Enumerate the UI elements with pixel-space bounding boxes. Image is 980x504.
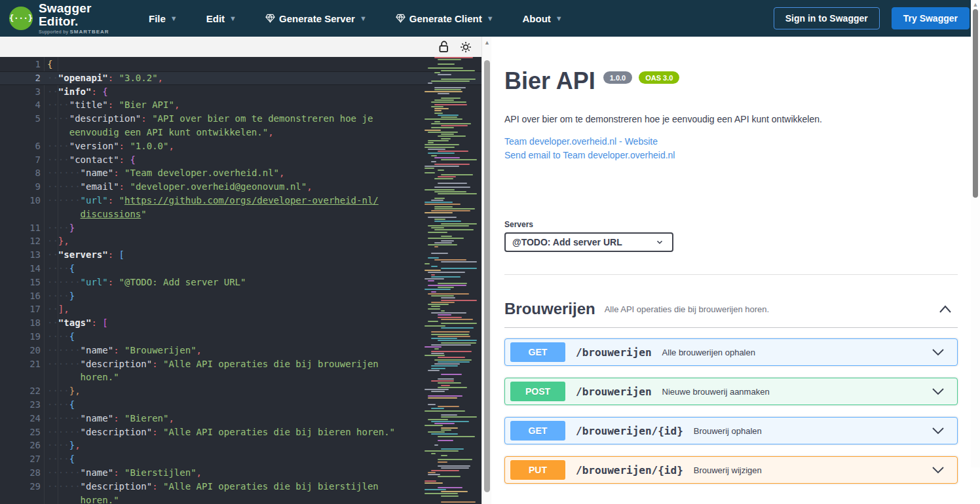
line-number: 7 (0, 153, 41, 167)
line-number: 6 (0, 139, 41, 153)
line-content: ······"url": "https://github.com/orgs/de… (47, 194, 379, 207)
expand-chevron-down-icon[interactable] (931, 347, 945, 357)
operation-row-post[interactable]: POST/brouwerijenNieuwe brouwerij aanmake… (504, 378, 958, 405)
code-line[interactable]: 7····"contact": { (0, 153, 481, 167)
menu-about[interactable]: About▼ (514, 7, 572, 31)
expand-chevron-down-icon[interactable] (931, 386, 945, 397)
code-line[interactable]: 11····} (0, 221, 481, 235)
version-badge: 1.0.0 (603, 71, 632, 84)
code-line[interactable]: 28······"name": "Bierstijlen", (0, 466, 481, 480)
menu-label: Generate Server (279, 13, 355, 24)
code-line[interactable]: 15······"url": "@TODO: Add server URL" (0, 276, 481, 289)
editor-scrollbar-thumb[interactable] (484, 60, 490, 492)
swagger-editor-brand[interactable]: {···} Swagger Editor. Supported by SMART… (9, 2, 130, 35)
collapse-chevron-up-icon[interactable] (938, 304, 952, 314)
code-line[interactable]: 22····}, (0, 384, 481, 398)
scroll-up-icon[interactable]: ▲ (482, 39, 492, 46)
line-number: 23 (0, 398, 41, 412)
line-content: ······"name": "Team developer.overheid.n… (47, 166, 284, 180)
line-number: 4 (0, 98, 41, 112)
operation-summary: Brouwerij wijzigen (694, 465, 762, 475)
line-number (0, 126, 41, 139)
caret-down-icon: ▼ (170, 14, 178, 22)
line-content: ······"name": "Brouwerijen", (47, 344, 202, 357)
code-line[interactable]: 29······"description": "Alle API operati… (0, 480, 481, 494)
code-line[interactable]: 13··"servers": [ (0, 248, 481, 262)
brand-title: Swagger Editor. (39, 2, 130, 28)
operation-row-put[interactable]: PUT/brouwerijen/{id}Brouwerij wijzigen (504, 456, 958, 484)
line-content: ······"name": "Bierstijlen", (47, 466, 202, 480)
operation-path: /brouwerijen (576, 386, 652, 398)
code-line[interactable]: 3··"info": { (0, 85, 481, 99)
editor-minimap[interactable] (424, 57, 477, 504)
code-line[interactable]: 24······"name": "Bieren", (0, 412, 481, 425)
code-line[interactable]: 8······"name": "Team developer.overheid.… (0, 166, 481, 180)
line-content: ····"title": "Bier API", (47, 98, 179, 112)
operation-row-get[interactable]: GET/brouwerijenAlle brouwerijen ophalen (504, 338, 958, 366)
caret-down-icon: ▼ (229, 14, 236, 22)
code-line[interactable]: 12··}, (0, 234, 481, 248)
sign-in-button[interactable]: Sign in to Swagger (774, 7, 880, 29)
code-editor[interactable]: 1{2··"openapi": "3.0.2",3··"info": {4···… (0, 57, 481, 504)
menu-label: Generate Client (409, 13, 482, 24)
code-line[interactable]: 10······"url": "https://github.com/orgs/… (0, 194, 481, 207)
code-line[interactable]: 16····} (0, 289, 481, 303)
doc-scrollbar-thumb[interactable] (973, 9, 978, 198)
line-number: 16 (0, 289, 41, 303)
expand-chevron-down-icon[interactable] (931, 425, 945, 436)
code-line[interactable]: 1{ (0, 58, 481, 71)
email-link[interactable]: Send email to Team developer.overheid.nl (504, 149, 958, 162)
code-line[interactable]: horen." (0, 370, 481, 384)
code-line[interactable]: 19····{ (0, 330, 481, 344)
line-content: ····} (47, 221, 75, 235)
code-line[interactable]: 9······"email": "developer.overheid@geon… (0, 180, 481, 194)
code-line[interactable]: 6····"version": "1.0.0", (0, 139, 481, 153)
unlock-icon[interactable] (438, 40, 450, 54)
code-line[interactable]: 21······"description": "Alle API operati… (0, 357, 481, 371)
code-line[interactable]: 4····"title": "Bier API", (0, 98, 481, 112)
gem-icon (396, 14, 405, 23)
code-rows: 1{2··"openapi": "3.0.2",3··"info": {4···… (0, 57, 481, 504)
operation-row-get[interactable]: GET/brouwerijen/{id}Brouwerij ophalen (504, 417, 958, 444)
code-line[interactable]: 18··"tags": [ (0, 316, 481, 330)
website-link[interactable]: Team developer.overheid.nl - Website (504, 135, 958, 149)
try-swagger-button[interactable]: Try Swagger (892, 7, 970, 29)
doc-scrollbar[interactable]: ▲ (971, 0, 980, 467)
brightness-icon[interactable] (459, 41, 472, 54)
menu-label: Edit (206, 13, 225, 24)
tag-section-header[interactable]: Brouwerijen Alle API operaties die bij b… (504, 300, 958, 328)
api-title: Bier API (504, 68, 595, 94)
code-line[interactable]: 27····{ (0, 452, 481, 466)
menu-generate-client[interactable]: Generate Client▼ (386, 7, 503, 31)
line-number: 9 (0, 180, 41, 194)
code-line[interactable]: 17··], (0, 302, 481, 316)
line-content: { (47, 58, 52, 71)
line-number: 17 (0, 302, 41, 316)
editor-scrollbar[interactable]: ▲ (481, 37, 491, 504)
code-line[interactable]: 2··"openapi": "3.0.2", (0, 71, 481, 85)
line-number: 2 (0, 72, 41, 84)
code-line[interactable]: eenvoudig een API kunt ontwikkelen.", (0, 126, 481, 139)
menu-file[interactable]: File▼ (140, 7, 187, 31)
line-number (0, 207, 41, 221)
code-line[interactable]: 5····"description": "API over bier om te… (0, 112, 481, 126)
code-line[interactable]: 23····{ (0, 398, 481, 412)
code-line[interactable]: horen." (0, 494, 481, 504)
operation-path: /brouwerijen/{id} (576, 464, 683, 477)
editor-toolbar (0, 37, 481, 57)
code-line[interactable]: 25······"description": "Alle API operati… (0, 425, 481, 439)
menu-generate-server[interactable]: Generate Server▼ (256, 7, 376, 31)
line-number: 15 (0, 276, 41, 289)
swagger-logo-icon: {···} (9, 7, 33, 30)
gem-icon (265, 14, 275, 23)
code-line[interactable]: discussions" (0, 207, 481, 221)
expand-chevron-down-icon[interactable] (931, 465, 945, 475)
scroll-up-icon[interactable]: ▲ (971, 1, 980, 8)
code-line[interactable]: 20······"name": "Brouwerijen", (0, 344, 481, 357)
code-line[interactable]: 26····}, (0, 439, 481, 452)
line-content: ··"openapi": "3.0.2", (47, 72, 163, 84)
servers-select[interactable]: @TODO: Add server URL (504, 232, 673, 252)
code-line[interactable]: 14····{ (0, 262, 481, 276)
api-doc-pane: Bier API 1.0.0 OAS 3.0 API over bier om … (491, 37, 980, 504)
menu-edit[interactable]: Edit▼ (197, 7, 246, 31)
